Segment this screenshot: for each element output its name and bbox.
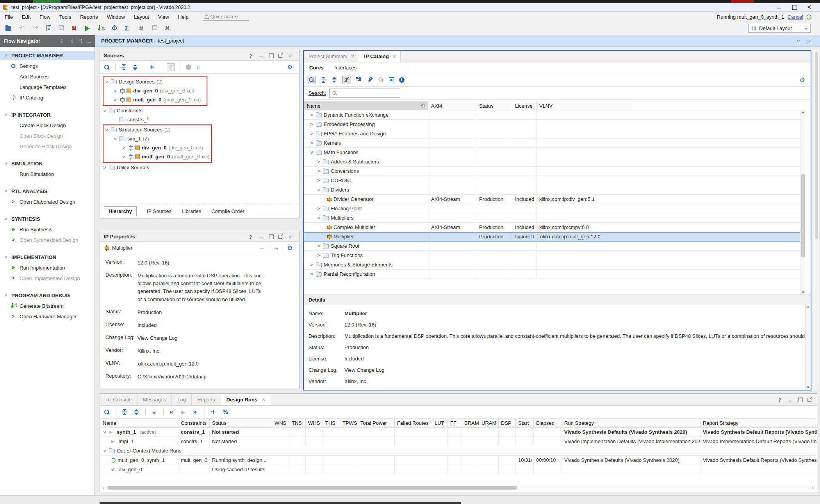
- minimize-panel-icon[interactable]: [87, 39, 91, 43]
- menu-reports[interactable]: Reports: [80, 14, 98, 20]
- close-panel-icon[interactable]: [288, 53, 293, 58]
- sources-panel-header[interactable]: Sources: [100, 50, 299, 61]
- report-icon[interactable]: [46, 25, 51, 31]
- run-row-synth-1[interactable]: synth_1(active) constrs_1 Not started Vi…: [100, 428, 817, 437]
- column-header[interactable]: FF: [447, 419, 462, 427]
- scroll-left-icon[interactable]: ⟨: [101, 486, 107, 490]
- sidebar-item-run-implementation[interactable]: Run Implementation: [0, 263, 94, 272]
- catalog-row-dividers[interactable]: Dividers: [304, 185, 804, 195]
- tree-item-constrs-1[interactable]: constrs_1: [102, 115, 298, 124]
- detail-change-log-link[interactable]: View Change Log: [344, 367, 384, 373]
- expander-icon[interactable]: [104, 128, 109, 132]
- expander-icon[interactable]: [309, 140, 314, 146]
- expander-icon[interactable]: [121, 154, 126, 160]
- add-sources-icon[interactable]: [150, 64, 155, 70]
- expander-icon[interactable]: [102, 430, 107, 435]
- layout-selector-dropdown[interactable]: Default Layout v: [748, 24, 811, 33]
- menu-file[interactable]: File: [5, 14, 13, 20]
- minimize-panel-icon[interactable]: [259, 234, 264, 239]
- expander-icon[interactable]: [316, 253, 321, 258]
- maximize-panel-icon[interactable]: [798, 397, 802, 402]
- catalog-row-embedded-processing[interactable]: Embedded Processing: [304, 120, 804, 129]
- menu-tools[interactable]: Tools: [59, 14, 71, 20]
- tab-libraries[interactable]: Libraries: [182, 208, 201, 214]
- tree-item-design-sources[interactable]: Design Sources (2): [104, 77, 205, 86]
- tab-log[interactable]: Log: [172, 394, 192, 405]
- sidebar-item-ip-integrator[interactable]: IP INTEGRATOR: [0, 110, 94, 119]
- catalog-row-conversions[interactable]: Conversions: [304, 167, 804, 176]
- tab-compile-order[interactable]: Compile Order: [211, 208, 244, 214]
- close-panel-icon[interactable]: [288, 234, 293, 239]
- help-icon[interactable]: [778, 397, 783, 402]
- catalog-row-complex-multiplier[interactable]: Complex Multiplier AXI4-StreamProduction…: [304, 223, 804, 232]
- sidebar-item-settings[interactable]: Settings: [0, 61, 94, 71]
- catalog-row-kernels[interactable]: Kernels: [304, 138, 804, 148]
- column-header[interactable]: Failed Routes: [394, 419, 432, 427]
- menu-layout[interactable]: Layout: [134, 14, 149, 20]
- ip-status-link[interactable]: Production: [137, 309, 266, 316]
- resource-utilization-icon[interactable]: [223, 409, 228, 415]
- catalog-row-floating-point[interactable]: Floating Point: [304, 204, 804, 213]
- view-change-log-link[interactable]: View Change Log: [137, 334, 266, 342]
- column-header[interactable]: WNS: [272, 419, 289, 427]
- expander-icon[interactable]: [309, 272, 314, 277]
- expander-icon[interactable]: [316, 206, 321, 211]
- scroll-up-icon[interactable]: ^: [806, 306, 811, 310]
- detail-status-link[interactable]: Production: [344, 344, 369, 350]
- help-icon[interactable]: [249, 234, 254, 239]
- run-row-impl-1[interactable]: impl_1 constrs_1 Not started Vivado Impl…: [100, 437, 817, 446]
- search-icon[interactable]: [104, 409, 110, 415]
- tab-messages[interactable]: Messages: [137, 394, 172, 405]
- catalog-row-math-functions[interactable]: Math Functions: [304, 148, 804, 157]
- sidebar-item-open-elaborated-design[interactable]: >Open Elaborated Design: [0, 197, 94, 206]
- tab-reports[interactable]: Reports: [192, 394, 221, 405]
- close-tab-icon[interactable]: ×: [393, 53, 396, 59]
- expander-icon[interactable]: [113, 88, 118, 94]
- collapse-all-icon[interactable]: [60, 39, 64, 43]
- tab-ip-sources[interactable]: IP Sources: [147, 208, 171, 214]
- settings-icon[interactable]: [111, 25, 117, 31]
- run-icon[interactable]: [85, 26, 90, 31]
- maximize-icon[interactable]: [792, 5, 797, 10]
- tree-item-sim-mult-gen-0[interactable]: mult_gen_0 (mult_gen_0.xci): [104, 152, 210, 161]
- expand-all-icon[interactable]: [132, 64, 138, 70]
- expander-icon[interactable]: [102, 449, 107, 453]
- expander-icon[interactable]: [316, 159, 321, 165]
- search-toggle-button[interactable]: [307, 76, 316, 84]
- sidebar-item-ip-catalog[interactable]: IP Catalog: [0, 93, 94, 102]
- catalog-row-partial-reconfiguration[interactable]: Partial Reconfiguration: [304, 270, 804, 279]
- tab-tcl-console[interactable]: Tcl Console: [100, 394, 137, 405]
- chevron-right-icon[interactable]: >: [10, 275, 16, 281]
- expand-all-icon[interactable]: [134, 409, 139, 415]
- chevron-right-icon[interactable]: >: [10, 199, 16, 204]
- collapse-all-icon[interactable]: [122, 409, 128, 415]
- catalog-row-dynamic-function-exchange[interactable]: Dynamic Function eXchange: [304, 110, 804, 120]
- scroll-right-icon[interactable]: ⟩: [809, 486, 815, 490]
- sidebar-item-language-templates[interactable]: Language Templates: [0, 82, 94, 92]
- column-header[interactable]: Constraints: [178, 419, 209, 427]
- cancel-run-link[interactable]: Cancel: [788, 14, 803, 20]
- tab-project-summary[interactable]: Project Summary ×: [304, 51, 359, 62]
- menu-edit[interactable]: Edit: [22, 14, 30, 20]
- menu-window[interactable]: Window: [107, 14, 125, 20]
- tree-item-utility-sources[interactable]: Utility Sources: [102, 163, 298, 172]
- sidebar-item-implementation[interactable]: IMPLEMENTATION: [0, 252, 94, 262]
- sidebar-item-simulation[interactable]: SIMULATION: [0, 159, 94, 168]
- help-icon[interactable]: ?: [80, 39, 82, 43]
- column-header-license[interactable]: License: [512, 101, 536, 110]
- minimize-panel-icon[interactable]: [788, 397, 793, 402]
- expander-icon[interactable]: [309, 262, 314, 268]
- chevron-right-icon[interactable]: >: [10, 237, 16, 243]
- expander-icon[interactable]: [316, 243, 321, 249]
- details-header[interactable]: Details: [304, 295, 811, 305]
- column-header-vlnv[interactable]: VLNV: [536, 101, 633, 110]
- device-icon[interactable]: [389, 77, 394, 82]
- sidebar-item-generate-bitstream[interactable]: 0110Generate Bitstream: [0, 301, 94, 311]
- catalog-row-multiplier-selected[interactable]: Multiplier ProductionIncludedxilinx.com:…: [304, 232, 804, 241]
- expander-icon[interactable]: [309, 131, 314, 137]
- float-panel-icon[interactable]: [278, 53, 283, 58]
- workspace-scrollbar[interactable]: [814, 50, 819, 390]
- close-icon[interactable]: [807, 5, 812, 10]
- catalog-row-square-root[interactable]: Square Root: [304, 241, 804, 251]
- tree-item-sim-div-gen-0[interactable]: div_gen_0 (div_gen_0.xci): [104, 143, 210, 152]
